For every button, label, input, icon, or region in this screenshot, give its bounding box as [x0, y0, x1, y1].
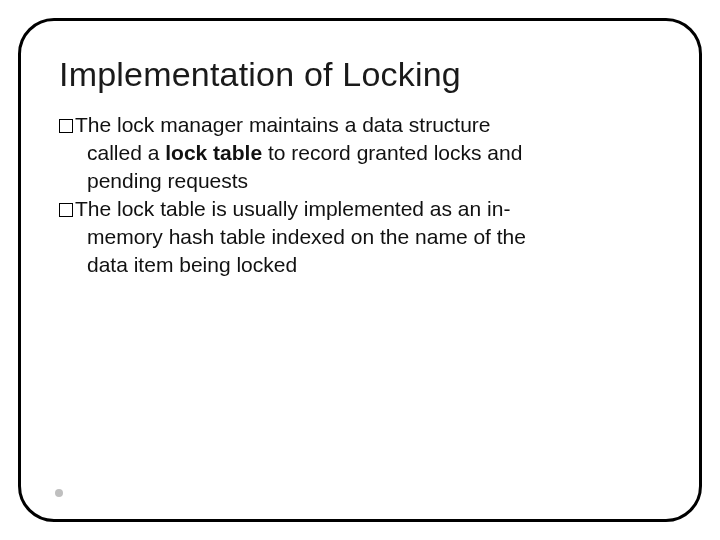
square-bullet-icon — [59, 119, 73, 133]
bullet-text: memory hash table indexed on the name of… — [87, 225, 526, 248]
slide-title: Implementation of Locking — [59, 55, 661, 94]
bullet-text: The lock manager maintains a data struct… — [75, 113, 491, 136]
slide-body: The lock manager maintains a data struct… — [59, 112, 661, 278]
bullet-text: data item being locked — [87, 253, 297, 276]
bullet-continuation: data item being locked — [59, 252, 661, 278]
bullet-item: The lock table is usually implemented as… — [59, 196, 661, 222]
bullet-item: The lock manager maintains a data struct… — [59, 112, 661, 138]
bullet-text: The lock table is usually implemented as… — [75, 197, 510, 220]
bullet-text: to record granted locks and — [262, 141, 522, 164]
footer-dot-icon — [55, 489, 63, 497]
bullet-text: called a — [87, 141, 165, 164]
bullet-continuation: pending requests — [59, 168, 661, 194]
slide-frame: Implementation of Locking The lock manag… — [18, 18, 702, 522]
square-bullet-icon — [59, 203, 73, 217]
bullet-continuation: called a lock table to record granted lo… — [59, 140, 661, 166]
bold-term: lock table — [165, 141, 262, 164]
bullet-text: pending requests — [87, 169, 248, 192]
bullet-continuation: memory hash table indexed on the name of… — [59, 224, 661, 250]
